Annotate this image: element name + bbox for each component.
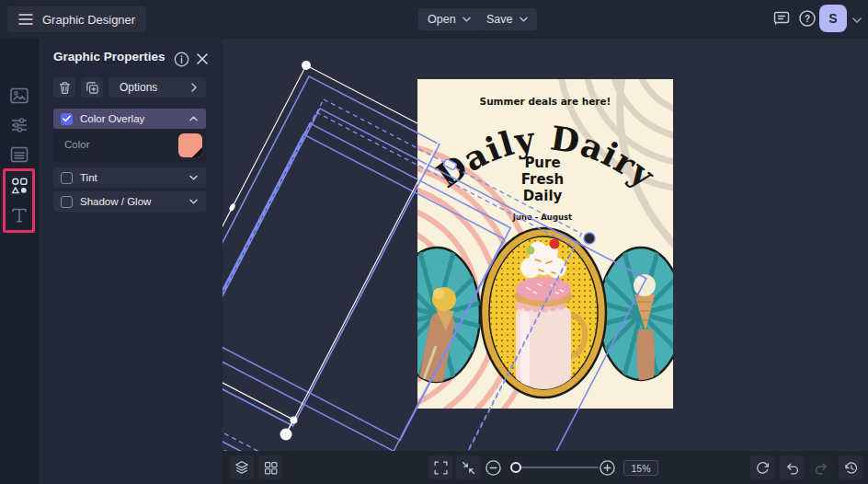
hamburger-icon[interactable] [18, 13, 33, 26]
sidebar-item-adjust[interactable] [8, 114, 30, 136]
history-button[interactable] [839, 455, 862, 479]
poster-subtitle: PureFreshDaily [521, 155, 564, 204]
save-button-label: Save [486, 13, 513, 26]
feedback-button[interactable] [771, 7, 793, 29]
shadow-glow-row[interactable]: Shadow / Glow [53, 191, 206, 212]
chevron-down-icon[interactable] [189, 175, 198, 180]
sidebar-item-images[interactable] [8, 85, 30, 107]
grid-view-button[interactable] [258, 455, 282, 479]
trash-icon [58, 81, 72, 95]
shadow-glow-label: Shadow / Glow [80, 196, 151, 207]
sidebar-item-text[interactable] [8, 204, 30, 226]
tint-row[interactable]: Tint [53, 167, 206, 188]
color-setting-strip: Color [53, 129, 206, 162]
chevron-right-icon [191, 83, 197, 92]
fit-screen-icon [461, 460, 476, 476]
duplicate-button[interactable] [81, 77, 103, 98]
save-button[interactable]: Save [477, 8, 537, 30]
undo-icon [784, 460, 800, 476]
open-button[interactable]: Open [418, 8, 480, 30]
swatch-corner-icon [192, 147, 202, 157]
graphic-properties-panel: Graphic Properties Options Color Overlay [39, 39, 223, 484]
edge-handle[interactable] [228, 202, 235, 212]
close-icon [197, 53, 208, 64]
panel-title: Graphic Properties [53, 50, 166, 63]
app-menu[interactable]: Graphic Designer [7, 6, 146, 32]
rotate-handle[interactable] [280, 429, 292, 441]
color-overlay-label: Color Overlay [80, 113, 144, 124]
undo-button[interactable] [780, 455, 804, 479]
grid-icon [263, 460, 279, 476]
history-icon [843, 460, 859, 476]
help-button[interactable]: ? [796, 7, 818, 29]
sidebar-item-templates[interactable] [8, 144, 30, 166]
check-icon [63, 115, 71, 122]
canvas-toolbar: 15% [223, 451, 868, 484]
info-button[interactable] [170, 48, 192, 70]
fullscreen-button[interactable] [428, 455, 452, 479]
layers-button[interactable] [230, 455, 254, 479]
color-swatch[interactable] [178, 133, 202, 157]
color-overlay-checkbox[interactable] [61, 113, 73, 125]
open-button-label: Open [428, 13, 456, 26]
topbar: Graphic Designer Open Save ? S [0, 0, 868, 39]
chevron-down-icon[interactable] [189, 199, 198, 204]
graphic-designer-app: Graphic Designer Open Save ? S [0, 0, 868, 484]
chevron-down-icon [520, 17, 528, 22]
zoom-in-icon [599, 459, 616, 477]
options-label: Options [120, 81, 157, 94]
layout-icon [8, 144, 30, 166]
help-icon: ? [798, 9, 817, 28]
delete-button[interactable] [53, 77, 75, 98]
close-panel-button[interactable] [191, 48, 213, 70]
poster-tagline: Summer deals are here! [480, 96, 611, 107]
duplicate-icon [86, 81, 99, 95]
tint-checkbox[interactable] [61, 172, 73, 184]
fit-to-screen-button[interactable] [456, 455, 480, 479]
avatar-initial: S [828, 11, 837, 26]
comment-icon [772, 9, 791, 28]
zoom-level-value[interactable]: 15% [623, 460, 658, 476]
expand-icon [433, 460, 449, 476]
info-icon [174, 52, 189, 67]
shadow-glow-checkbox[interactable] [61, 196, 73, 208]
active-selection-box[interactable] [223, 65, 441, 420]
refresh-icon [755, 460, 771, 476]
account-menu-button[interactable] [850, 9, 864, 31]
color-overlay-row[interactable]: Color Overlay [53, 109, 206, 129]
image-icon [8, 85, 30, 107]
canvas-artboard: Summer deals are here! Daily Dairy PureF… [223, 39, 868, 484]
poster-artwork[interactable]: Summer deals are here! Daily Dairy PureF… [223, 39, 868, 473]
zoom-slider-handle[interactable] [510, 462, 521, 473]
tool-sidebar [0, 39, 39, 484]
color-label: Color [64, 139, 89, 150]
redo-icon [814, 460, 829, 476]
avatar[interactable]: S [819, 5, 847, 32]
tint-label: Tint [80, 172, 97, 183]
text-icon [8, 204, 30, 226]
zoom-slider-track[interactable] [512, 467, 599, 468]
chevron-up-icon[interactable] [189, 116, 198, 121]
zoom-out-icon [485, 459, 502, 477]
center-oval-photo [481, 228, 606, 398]
app-title: Graphic Designer [42, 13, 135, 27]
shapes-icon [8, 175, 30, 197]
crop-corner-handle[interactable] [584, 233, 595, 244]
svg-text:?: ? [805, 14, 810, 24]
chevron-down-icon [463, 17, 471, 22]
zoom-out-button[interactable] [481, 455, 505, 479]
zoom-in-button[interactable] [595, 455, 619, 479]
refresh-button[interactable] [750, 455, 774, 479]
chevron-down-icon [852, 17, 862, 23]
corner-handle[interactable] [302, 61, 311, 70]
layers-icon [234, 459, 250, 476]
options-button[interactable]: Options [108, 77, 206, 98]
sliders-icon [8, 114, 30, 136]
redo-button[interactable] [809, 455, 833, 479]
design-canvas[interactable]: Summer deals are here! Daily Dairy PureF… [223, 39, 868, 484]
sidebar-item-graphics[interactable] [8, 175, 30, 197]
